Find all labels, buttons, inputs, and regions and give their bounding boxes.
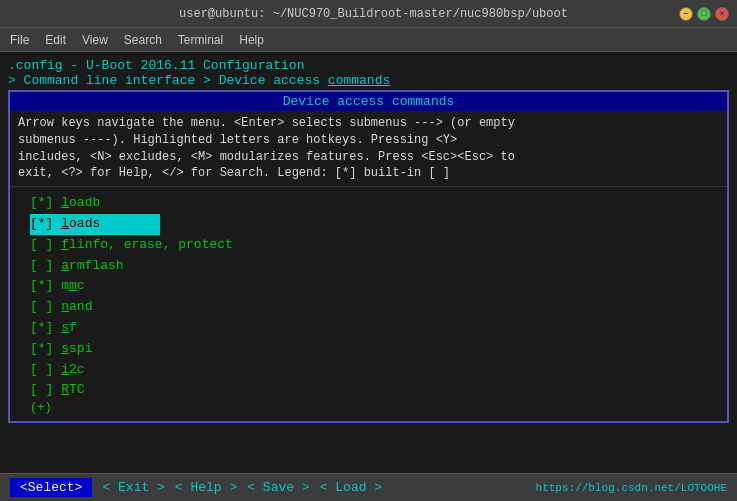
menu-help[interactable]: Help — [233, 31, 270, 49]
list-item[interactable]: [ ] i2c — [30, 360, 707, 381]
select-button[interactable]: <Select> — [10, 478, 92, 497]
list-item[interactable]: [ ] RTC — [30, 380, 707, 401]
menu-file[interactable]: File — [4, 31, 35, 49]
title-bar: user@ubuntu: ~/NUC970_Buildroot-master/n… — [0, 0, 737, 28]
exit-button[interactable]: < Exit > — [102, 478, 164, 497]
close-button[interactable]: ✕ — [715, 7, 729, 21]
load-button[interactable]: < Load > — [320, 478, 382, 497]
menu-bar: File Edit View Search Terminal Help — [0, 28, 737, 52]
list-item[interactable]: [ ] nand — [30, 297, 707, 318]
plus-indicator: (+) — [30, 401, 707, 415]
menu-edit[interactable]: Edit — [39, 31, 72, 49]
menu-view[interactable]: View — [76, 31, 114, 49]
list-item[interactable]: [*] sspi — [30, 339, 707, 360]
list-item-selected[interactable]: [*] loads — [30, 214, 160, 235]
terminal-area: .config - U-Boot 2016.11 Configuration >… — [0, 52, 737, 473]
minimize-button[interactable]: – — [679, 7, 693, 21]
title-text: user@ubuntu: ~/NUC970_Buildroot-master/n… — [179, 7, 568, 21]
window-controls[interactable]: – □ ✕ — [679, 7, 729, 21]
bottom-url: https://blog.csdn.net/LOTOOHE — [536, 482, 727, 494]
list-item[interactable]: [ ] armflash — [30, 256, 707, 277]
help-button[interactable]: < Help > — [175, 478, 237, 497]
menu-terminal[interactable]: Terminal — [172, 31, 229, 49]
list-item[interactable]: [*] mmc — [30, 276, 707, 297]
save-button[interactable]: < Save > — [247, 478, 309, 497]
maximize-button[interactable]: □ — [697, 7, 711, 21]
list-item[interactable]: [*] loadb — [30, 193, 707, 214]
list-item[interactable]: [*] sf — [30, 318, 707, 339]
breadcrumb-line2: > Command line interface > Device access… — [8, 73, 729, 88]
config-panel: Device access commands Arrow keys naviga… — [8, 90, 729, 423]
breadcrumb-line1: .config - U-Boot 2016.11 Configuration — [8, 58, 729, 73]
config-items-list: [*] loadb [*] loads [ ] flinfo, erase, p… — [10, 187, 727, 421]
list-item[interactable]: [ ] flinfo, erase, protect — [30, 235, 707, 256]
bottom-bar: <Select> < Exit > < Help > < Save > < Lo… — [0, 473, 737, 501]
panel-description: Arrow keys navigate the menu. <Enter> se… — [10, 111, 727, 187]
menu-search[interactable]: Search — [118, 31, 168, 49]
action-buttons: <Select> < Exit > < Help > < Save > < Lo… — [10, 478, 382, 497]
panel-title: Device access commands — [10, 92, 727, 111]
